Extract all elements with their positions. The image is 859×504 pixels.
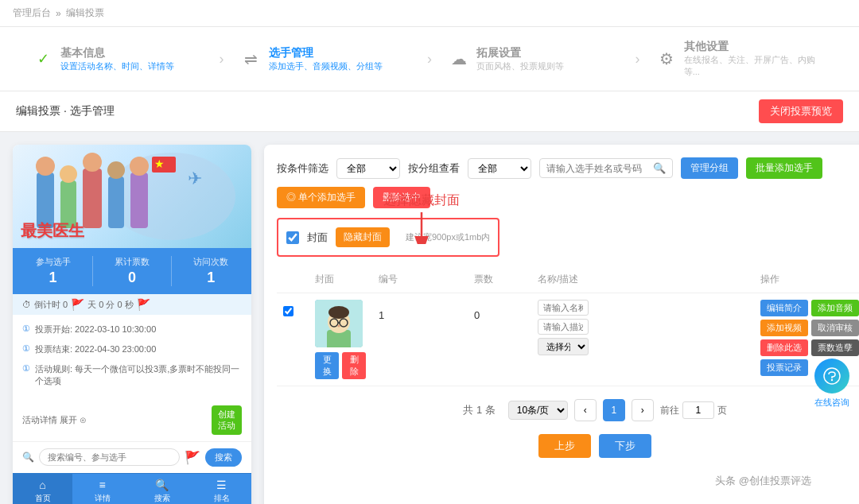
svg-rect-5 [83, 169, 102, 228]
col-name: 名称/描述 [531, 273, 595, 286]
next-page-button[interactable]: › [632, 399, 654, 421]
vote-record-button[interactable]: 投票记录 [760, 359, 808, 376]
batch-add-button[interactable]: 批量添加选手 [746, 157, 822, 179]
nav-item-home[interactable]: ⌂ 首页 [13, 474, 72, 504]
activity-detail-link[interactable]: 活动详情 展开 ⊙ [22, 414, 87, 426]
nav-search-label: 搜索 [154, 493, 170, 504]
desc-input[interactable] [538, 319, 589, 335]
breadcrumb-current: 编辑投票 [66, 6, 104, 20]
step1-content: 基本信息 设置活动名称、时间、详情等 [60, 46, 174, 72]
svg-text:★: ★ [154, 157, 165, 170]
filter-select[interactable]: 全部 [336, 158, 400, 179]
nav-item-rank[interactable]: ☰ 排名 [192, 474, 251, 504]
info-rules-text: 活动规则: 每天一个微信可以投3票,多票时不能投同一个选项 [35, 363, 242, 387]
svg-point-23 [338, 325, 340, 328]
step-other[interactable]: ⚙ 其他设置 在线报名、关注、开屏广告、内购等... [656, 40, 828, 78]
gear-icon: ⚙ [659, 49, 674, 68]
step1-sub: 设置活动名称、时间、详情等 [60, 60, 174, 72]
nav-item-search[interactable]: 🔍 搜索 [132, 474, 192, 504]
action-row-2: 添加视频 取消审核 [760, 320, 859, 336]
edit-intro-button[interactable]: 编辑简介 [760, 300, 808, 316]
update-avatar-button[interactable]: 更换 [315, 352, 339, 379]
avatar-svg [315, 300, 363, 347]
close-preview-button[interactable]: 关闭投票预览 [759, 99, 843, 123]
countdown-text: 倒计时 0 [34, 299, 68, 311]
breadcrumb-separator: » [56, 8, 61, 19]
cover-hint: 建议宽900px或1mb内 [406, 231, 490, 243]
page-1-button[interactable]: 1 [603, 399, 625, 421]
single-add-button[interactable]: ◎ 单个添加选手 [277, 187, 365, 208]
create-activity-button[interactable]: 创建活动 [212, 405, 242, 435]
check-icon: ✓ [37, 50, 49, 68]
svg-point-8 [107, 161, 125, 179]
arrow-icon-3: › [636, 51, 640, 68]
page-goto: 前往 页 [660, 401, 727, 419]
row-number: 1 [379, 309, 384, 321]
step-candidate[interactable]: ⇌ 选手管理 添加选手、音频视频、分组等 [240, 46, 412, 72]
delete-avatar-button[interactable]: 删除 [342, 352, 366, 379]
svg-point-19 [328, 306, 349, 319]
name-input[interactable] [538, 300, 589, 316]
info-start-text: 投票开始: 2022-03-10 10:30:00 [35, 324, 156, 335]
prev-step-button[interactable]: 上步 [538, 434, 591, 458]
step1-title: 基本信息 [60, 46, 174, 60]
search-nav-icon: 🔍 [155, 479, 169, 491]
row-checkbox[interactable] [283, 306, 293, 316]
watermark-text: 头条 @创佳投票评选 [715, 475, 811, 487]
info-start-time: ① 投票开始: 2022-03-10 10:30:00 [22, 321, 242, 338]
add-audio-button[interactable]: 添加音频 [811, 300, 859, 316]
preview-info: ① 投票开始: 2022-03-10 10:30:00 ① 投票结束: 2022… [13, 315, 251, 399]
delete-selected-button[interactable]: 删除选中 [373, 187, 430, 208]
hidden-cover-button[interactable]: 隐藏封面 [336, 227, 390, 247]
table-header: 封面 编号 票数 名称/描述 操作 [277, 266, 859, 293]
step4-title: 其他设置 [684, 40, 827, 54]
col-checkbox [277, 273, 309, 286]
nav-item-detail[interactable]: ≡ 详情 [72, 474, 132, 504]
search-icon-main[interactable]: 🔍 [653, 162, 666, 174]
step-basic-info[interactable]: ✓ 基本信息 设置活动名称、时间、详情等 [32, 46, 204, 72]
vote-fabricate-button[interactable]: 票数造孽 [811, 339, 859, 356]
consult-icon [814, 359, 849, 394]
step2-sub: 添加选手、音频视频、分组等 [269, 60, 383, 72]
search-input[interactable] [546, 163, 650, 174]
cancel-review-button[interactable]: 取消审核 [811, 320, 859, 336]
consult-label: 在线咨询 [814, 397, 849, 409]
step3-icon: ☁ [448, 48, 470, 70]
group-select[interactable]: 选择分组 [538, 338, 589, 355]
breadcrumb: 管理后台 » 编辑投票 [0, 0, 859, 27]
step-expand[interactable]: ☁ 拓展设置 页面风格、投票规则等 [448, 46, 620, 72]
per-page-select[interactable]: 10条/页 20条/页 50条/页 [508, 401, 568, 420]
breadcrumb-home[interactable]: 管理后台 [13, 6, 51, 20]
cover-checkbox[interactable] [286, 231, 299, 244]
stat-participants-value: 1 [36, 269, 71, 286]
online-consult[interactable]: 在线咨询 [814, 359, 849, 409]
manage-group-button[interactable]: 管理分组 [681, 157, 738, 179]
cover-box: 封面 隐藏封面 建议宽900px或1mb内 [277, 218, 499, 257]
stat-participants-label: 参与选手 [36, 256, 71, 268]
row-votes-cell: 0 [468, 300, 531, 321]
prev-page-button[interactable]: ‹ [574, 399, 597, 421]
col-cover: 封面 [309, 273, 372, 286]
step-buttons: 上步 下步 [277, 434, 859, 458]
svg-point-2 [36, 157, 55, 176]
view-select[interactable]: 全部 [468, 158, 531, 179]
total-info: 共 1 条 [463, 403, 495, 417]
countdown-detail: 天 0 分 0 秒 [87, 299, 133, 311]
avatar [315, 300, 363, 347]
goto-input[interactable] [682, 401, 714, 419]
main-layout: ★ ✈ 最美医生 参与选手 1 累计票数 0 访问次数 [0, 132, 859, 504]
delete-candidate-button[interactable]: 删除此选 [760, 339, 808, 356]
watermark: 头条 @创佳投票评选 [715, 474, 811, 488]
add-video-button[interactable]: 添加视频 [760, 320, 808, 336]
preview-search-input[interactable] [39, 448, 180, 466]
view-label: 按分组查看 [408, 161, 460, 176]
col-number: 编号 [372, 273, 468, 286]
preview-actions: 活动详情 展开 ⊙ 创建活动 [13, 399, 251, 441]
table-row: 更换 删除 1 0 选择分组 [277, 293, 859, 386]
flag-icon-search: 🚩 [185, 450, 200, 465]
step2-title: 选手管理 [269, 46, 383, 60]
preview-search-bar: 🔍 🚩 搜索 [13, 441, 251, 473]
action-row-1: 编辑简介 添加音频 [760, 300, 859, 316]
preview-search-button[interactable]: 搜索 [205, 448, 242, 467]
next-step-button[interactable]: 下步 [599, 434, 651, 458]
